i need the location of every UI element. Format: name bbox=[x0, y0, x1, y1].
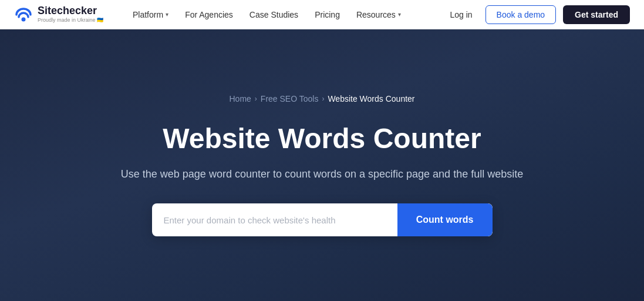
breadcrumb-sep-1: › bbox=[255, 95, 257, 103]
logo-tagline: Proudly made in Ukraine 🇺🇦 bbox=[38, 17, 103, 24]
nav-platform-label: Platform bbox=[133, 10, 163, 19]
logo-icon bbox=[14, 6, 33, 23]
nav-agencies-label: For Agencies bbox=[185, 10, 233, 19]
nav-platform[interactable]: Platform ▾ bbox=[127, 6, 174, 23]
domain-input[interactable] bbox=[152, 203, 397, 236]
logo-name: Sitechecker bbox=[38, 5, 103, 17]
search-bar: Count words bbox=[152, 203, 493, 236]
nav-case-studies-label: Case Studies bbox=[249, 10, 298, 19]
nav-resources[interactable]: Resources ▾ bbox=[350, 6, 407, 23]
svg-point-0 bbox=[22, 17, 26, 21]
nav-pricing-label: Pricing bbox=[315, 10, 340, 19]
main-nav: Platform ▾ For Agencies Case Studies Pri… bbox=[127, 6, 444, 23]
logo[interactable]: Sitechecker Proudly made in Ukraine 🇺🇦 bbox=[14, 5, 108, 24]
get-started-button[interactable]: Get started bbox=[563, 5, 630, 24]
header: Sitechecker Proudly made in Ukraine 🇺🇦 P… bbox=[0, 0, 644, 29]
platform-chevron-icon: ▾ bbox=[166, 11, 168, 18]
nav-case-studies[interactable]: Case Studies bbox=[244, 6, 304, 23]
resources-chevron-icon: ▾ bbox=[398, 11, 401, 18]
breadcrumb: Home › Free SEO Tools › Website Words Co… bbox=[229, 94, 414, 103]
breadcrumb-current: Website Words Counter bbox=[328, 94, 414, 103]
breadcrumb-home[interactable]: Home bbox=[229, 94, 251, 103]
hero-section: Home › Free SEO Tools › Website Words Co… bbox=[0, 29, 644, 301]
breadcrumb-seo-tools[interactable]: Free SEO Tools bbox=[261, 94, 319, 103]
logo-text: Sitechecker Proudly made in Ukraine 🇺🇦 bbox=[38, 5, 103, 24]
nav-pricing[interactable]: Pricing bbox=[309, 6, 346, 23]
nav-resources-label: Resources bbox=[356, 10, 396, 19]
nav-agencies[interactable]: For Agencies bbox=[179, 6, 239, 23]
count-words-button[interactable]: Count words bbox=[397, 203, 493, 236]
breadcrumb-sep-2: › bbox=[322, 95, 324, 103]
hero-title: Website Words Counter bbox=[163, 122, 481, 155]
book-demo-button[interactable]: Book a demo bbox=[485, 5, 557, 24]
hero-subtitle: Use the web page word counter to count w… bbox=[121, 166, 523, 182]
header-actions: Log in Book a demo Get started bbox=[444, 5, 630, 24]
login-button[interactable]: Log in bbox=[444, 6, 478, 23]
